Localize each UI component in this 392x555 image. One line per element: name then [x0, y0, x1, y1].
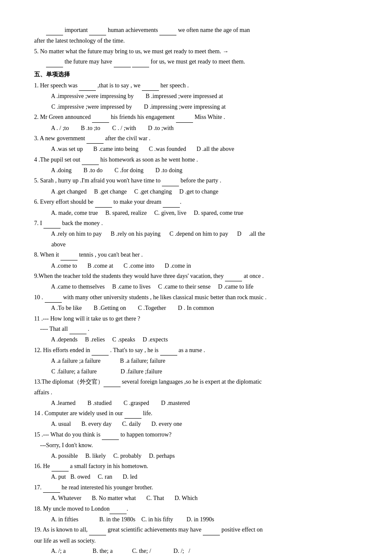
q3-stem: 3. A new government after the civil war …	[34, 134, 358, 144]
line-intro2: after the latest technology of the time.	[34, 36, 358, 46]
q17-stem: 17. he read interested his younger broth…	[34, 483, 358, 493]
q17-options: A. Whatever B. No matter what C. That D.…	[34, 494, 358, 503]
q18-stem: 18. My uncle moved to London .	[34, 504, 358, 514]
section-title: 五、单项选择	[34, 70, 358, 79]
q1-options-ab: A .impressive ;were impressing by B .imp…	[34, 92, 358, 101]
q13-stem: 13.The diplomat（外交官） several foreign lan…	[34, 377, 358, 387]
q14-options: A. usual B. every day C. daily D. every …	[34, 419, 358, 429]
q6-stem: 6. Every effort should be to make your d…	[34, 197, 358, 207]
q10-options: A .To be like B .Getting on C .Together …	[34, 304, 358, 313]
q15-options: A. possible B. likely C. probably D. per…	[34, 451, 358, 461]
line-q5-stem: 5. No matter what the future may bring t…	[34, 47, 358, 56]
q12-stem: 12. His efforts ended in . That's to say…	[34, 346, 358, 356]
q16-stem: 16. He a small factory in his hometown.	[34, 462, 358, 471]
q4-stem: 4 .The pupil set out his homework as soo…	[34, 155, 358, 165]
line-intro1: important human achievements we often na…	[34, 26, 358, 35]
q4-options: A .doing B .to do C .for doing D .to doi…	[34, 166, 358, 175]
q6-options: A. made, come true B. spared, realize C.…	[34, 208, 358, 218]
q12-options-cd: C .failure; a failure D .failure ;failur…	[34, 367, 358, 376]
q12-options-ab: A .a failure ;a failure B .a failure; fa…	[34, 356, 358, 366]
q7-options-abc: A .rely on him to pay B .rely on his pay…	[34, 229, 358, 239]
q9-stem: 9.When the teacher told the students the…	[34, 272, 358, 281]
q1-stem: 1. Her speech was ,that is to say , we h…	[34, 81, 358, 91]
q2-options: A . / ;to B .to ;to C . / ;with D .to ;w…	[34, 124, 358, 133]
q16-options: A. put B. owed C. ran D. led	[34, 472, 358, 482]
q5-options: A .get changed B .get change C .get chan…	[34, 187, 358, 197]
q11-stem: 11 .--- How long will it take us to get …	[34, 314, 358, 324]
q9-options: A .came to themselves B .came to lives C…	[34, 282, 358, 292]
page-content: important human achievements we often na…	[34, 26, 358, 555]
q8-stem: 8. When it tennis , you can't beat her .	[34, 250, 358, 260]
q11-reply: ---- That all .	[34, 324, 358, 334]
q19-options: A. /; a B. the; a C. the; / D. /; /	[34, 546, 358, 555]
q3-options: A .was set up B .came into being C .was …	[34, 145, 358, 154]
q14-stem: 14 . Computer are widely used in our lif…	[34, 409, 358, 419]
q13-stem2: affairs .	[34, 388, 358, 397]
q19-stem: 19. As is known to all, great scientific…	[34, 525, 358, 535]
q7-stem: 7. I back the money .	[34, 219, 358, 228]
q11-options: A .depends B .relies C .speaks D .expect…	[34, 335, 358, 344]
q19-stem2: our life as well as society.	[34, 536, 358, 546]
q10-stem: 10 . with many other university students…	[34, 293, 358, 303]
line-q5-rewrite: the future may have for us, we must get …	[34, 57, 358, 67]
q7-options-d: above	[34, 240, 358, 249]
q8-options: A .come to B .come at C .come into D .co…	[34, 261, 358, 271]
q18-options: A. in fifties B. in the 1980s C. in his …	[34, 515, 358, 524]
q2-stem: 2. Mr Green announced his friends his en…	[34, 113, 358, 122]
q15-reply: ---Sorry, I don't know.	[34, 441, 358, 450]
q15-stem: 15 .--- What do you think is to happen t…	[34, 430, 358, 440]
q1-options-cd: C .impressive ;were impressed by D .impr…	[34, 102, 358, 112]
q5-stem2: 5. Sarah , hurry up .I'm afraid you won'…	[34, 176, 358, 186]
q13-options: A .learned B .studied C .grasped D .mast…	[34, 399, 358, 408]
